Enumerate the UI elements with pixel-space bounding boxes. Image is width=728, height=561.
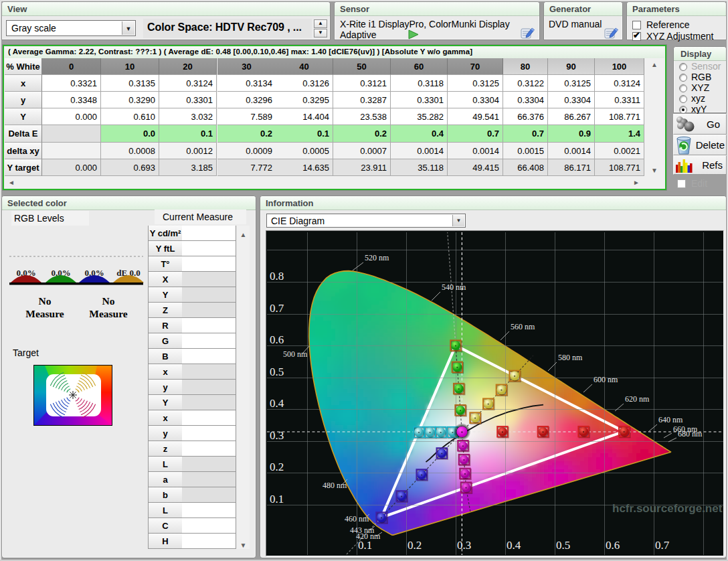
svg-text:0.5: 0.5 [270, 366, 284, 378]
svg-text:0.1: 0.1 [270, 493, 284, 505]
svg-text:540 nm: 540 nm [442, 283, 466, 292]
svg-text:0.1: 0.1 [358, 539, 372, 552]
svg-text:0.3: 0.3 [457, 539, 471, 552]
svg-text:560 nm: 560 nm [511, 322, 535, 331]
svg-text:hcfr.sourceforge.net: hcfr.sourceforge.net [612, 502, 723, 515]
svg-text:0.4: 0.4 [507, 539, 521, 552]
svg-text:0.4: 0.4 [270, 397, 284, 410]
svg-text:0.6: 0.6 [270, 333, 284, 346]
svg-text:480 nm: 480 nm [323, 481, 347, 490]
svg-text:600 nm: 600 nm [594, 375, 618, 384]
svg-text:520 nm: 520 nm [365, 253, 389, 262]
svg-text:0.5: 0.5 [556, 539, 570, 552]
svg-text:500 nm: 500 nm [283, 349, 308, 359]
svg-text:0.7: 0.7 [655, 539, 670, 552]
svg-text:580 nm: 580 nm [558, 353, 583, 362]
svg-text:0.6: 0.6 [606, 539, 620, 552]
svg-text:0.3: 0.3 [270, 429, 284, 442]
svg-text:0.2: 0.2 [270, 461, 284, 473]
svg-text:640 nm: 640 nm [658, 415, 683, 424]
svg-text:0.2: 0.2 [407, 539, 422, 552]
svg-text:620 nm: 620 nm [625, 394, 650, 404]
svg-text:460 nm: 460 nm [345, 514, 369, 524]
svg-text:0.8: 0.8 [270, 270, 284, 283]
svg-text:0.7: 0.7 [270, 302, 284, 315]
svg-text:680 nm: 680 nm [678, 429, 703, 438]
